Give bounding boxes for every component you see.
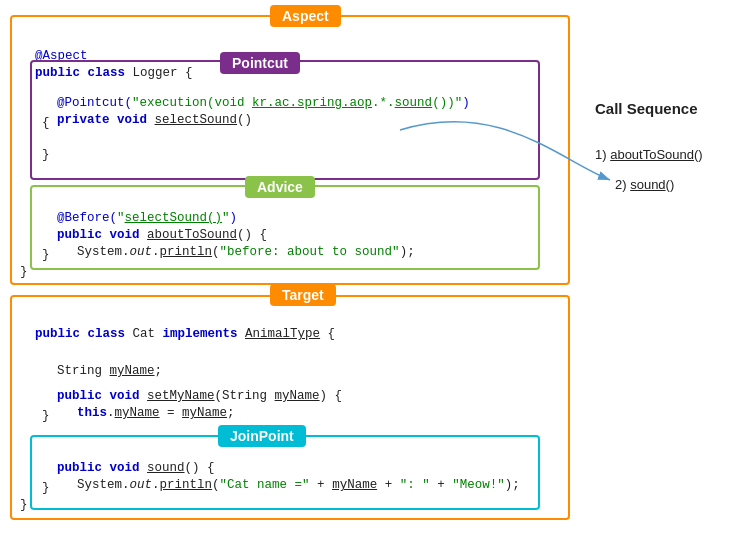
pointcut-line4: }: [42, 148, 50, 162]
call-seq-item-2: 2) sound(): [615, 177, 703, 192]
aspect-close: }: [20, 265, 28, 279]
advice-line4: }: [42, 248, 50, 262]
call-sequence-title: Call Sequence: [595, 100, 703, 117]
pointcut-badge: Pointcut: [220, 52, 300, 74]
target-line4: this.myName = myName;: [62, 392, 235, 420]
advice-badge: Advice: [245, 176, 315, 198]
target-badge: Target: [270, 284, 336, 306]
target-line1: public class Cat implements AnimalType {: [20, 313, 335, 341]
joinpoint-line3: }: [42, 481, 50, 495]
aspect-badge: Aspect: [270, 5, 341, 27]
joinpoint-line2: System.out.println("Cat name =" + myName…: [62, 464, 520, 492]
target-line2: String myName;: [42, 350, 162, 378]
call-sequence-panel: Call Sequence 1) aboutToSound() 2) sound…: [595, 100, 703, 202]
target-line5: }: [42, 409, 50, 423]
target-close: }: [20, 498, 28, 512]
call-seq-item-1: 1) aboutToSound(): [595, 147, 703, 162]
pointcut-line2: private void selectSound(): [42, 99, 252, 127]
pointcut-line3: {: [42, 116, 50, 130]
joinpoint-badge: JoinPoint: [218, 425, 306, 447]
advice-line3: System.out.println("before: about to sou…: [62, 231, 415, 259]
